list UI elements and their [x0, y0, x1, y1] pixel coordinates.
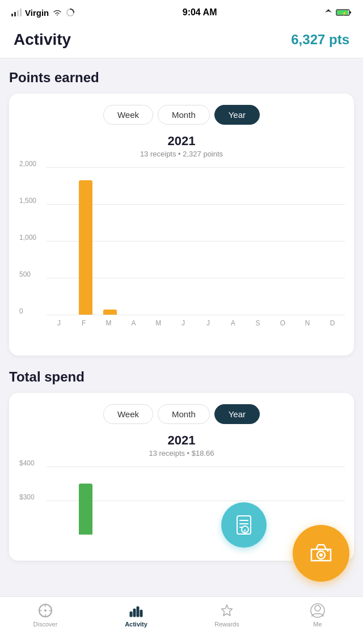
spend-section-title: Total spend [9, 369, 354, 385]
svg-point-15 [44, 609, 47, 612]
spend-week-btn[interactable]: Week [103, 404, 153, 424]
battery-icon: ⚡ [336, 9, 352, 16]
carrier-name: Virgin [25, 8, 49, 18]
location-icon [324, 9, 332, 16]
x-label-j1: J [47, 319, 71, 327]
grid-label-500: 500 [19, 270, 31, 278]
nav-discover[interactable]: Discover [0, 603, 91, 628]
nav-discover-label: Discover [33, 621, 58, 628]
status-left: Virgin [11, 8, 75, 18]
grid-line-0: 0 [47, 315, 345, 315]
spend-chart-header: 2021 13 receipts • $18.66 [18, 433, 345, 457]
nav-rewards[interactable]: Rewards [182, 603, 272, 628]
svg-rect-17 [133, 609, 136, 617]
points-bar-chart: 2,000 1,500 1,000 500 0 [18, 167, 345, 344]
points-card: Week Month Year 2021 13 receipts • 2,327… [9, 94, 354, 355]
nav-rewards-label: Rewards [214, 621, 239, 628]
nav-activity-label: Activity [125, 621, 147, 628]
x-label-m1: M [96, 319, 121, 327]
page-header: Activity 6,327 pts [0, 25, 363, 58]
svg-rect-19 [140, 610, 142, 617]
x-label-a1: A [121, 319, 146, 327]
points-period-selector: Week Month Year [18, 105, 345, 125]
x-label-o: O [270, 319, 295, 327]
points-x-labels: J F M A M J J A S O N D [47, 315, 345, 327]
svg-rect-2 [349, 11, 351, 14]
points-week-btn[interactable]: Week [103, 105, 153, 125]
x-label-n: N [295, 319, 320, 327]
x-label-j2: J [171, 319, 196, 327]
wifi-icon [52, 9, 62, 16]
receipt-icon: e [233, 514, 255, 536]
grid-label-1500: 1,500 [19, 197, 36, 205]
spend-month-btn[interactable]: Month [158, 404, 210, 424]
points-total: 6,327 pts [291, 32, 349, 48]
spend-label-300: $300 [19, 493, 35, 501]
nav-me-label: Me [313, 621, 322, 628]
points-chart-area: 2,000 1,500 1,000 500 0 [47, 167, 345, 315]
svg-rect-18 [137, 607, 139, 617]
loading-icon [66, 8, 75, 17]
bar-feb [73, 180, 98, 315]
signal-bars [11, 9, 22, 16]
x-label-s: S [246, 319, 271, 327]
points-section-title: Points earned [9, 70, 354, 86]
bottom-nav: Discover Activity Rewards [0, 596, 363, 644]
svg-text:e: e [244, 528, 247, 533]
spend-chart-year: 2021 [18, 433, 345, 448]
points-year-btn[interactable]: Year [214, 105, 260, 125]
person-icon [310, 603, 326, 618]
points-chart-year: 2021 [18, 134, 345, 149]
star-icon [219, 603, 235, 618]
svg-rect-16 [130, 612, 132, 617]
points-chart-subtitle: 13 receipts • 2,327 points [18, 150, 345, 158]
x-label-f: F [71, 319, 96, 327]
fab-camera-button[interactable] [293, 525, 349, 582]
spend-label-400: $400 [19, 459, 35, 467]
spend-chart-subtitle: 13 receipts • $18.66 [18, 449, 345, 457]
svg-point-13 [327, 549, 329, 552]
status-bar: Virgin 9:04 AM ⚡ [0, 0, 363, 25]
spend-bars [47, 467, 345, 535]
points-bars [47, 167, 345, 315]
grid-label-0: 0 [19, 307, 23, 315]
x-label-a2: A [221, 319, 246, 327]
svg-text:⚡: ⚡ [342, 11, 347, 16]
x-label-d: D [320, 319, 345, 327]
activity-bar-icon [128, 603, 144, 618]
compass-icon [37, 603, 53, 618]
x-label-m2: M [146, 319, 171, 327]
bar-mar [98, 310, 122, 315]
spend-bar-feb [73, 484, 98, 535]
points-month-btn[interactable]: Month [158, 105, 210, 125]
spend-year-btn[interactable]: Year [214, 404, 260, 424]
status-time: 9:04 AM [183, 7, 217, 18]
svg-point-20 [315, 605, 320, 611]
fab-receipt-button[interactable]: e [221, 502, 267, 548]
grid-label-2000: 2,000 [19, 160, 36, 168]
status-right: ⚡ [324, 9, 352, 16]
spend-period-selector: Week Month Year [18, 404, 345, 424]
svg-point-12 [319, 553, 323, 557]
page-title: Activity [14, 31, 71, 49]
nav-me[interactable]: Me [272, 603, 363, 628]
nav-activity[interactable]: Activity [91, 603, 182, 628]
points-chart-header: 2021 13 receipts • 2,327 points [18, 134, 345, 158]
grid-label-1000: 1,000 [19, 234, 36, 242]
camera-icon [307, 539, 335, 567]
x-label-j3: J [196, 319, 221, 327]
spend-chart-area: $400 $300 [47, 467, 345, 535]
